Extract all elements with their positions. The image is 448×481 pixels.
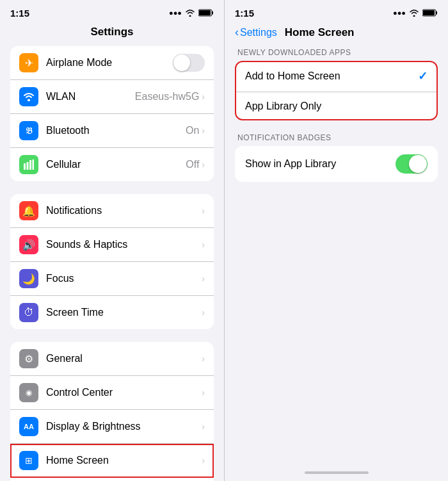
notifications-chevron: › xyxy=(202,206,205,216)
home-bar xyxy=(305,471,369,474)
signal-icon: ●●● xyxy=(169,9,182,17)
add-to-home-checkmark: ✓ xyxy=(418,69,428,83)
left-status-bar: 1:15 ●●● xyxy=(0,0,224,23)
screentime-label: Screen Time xyxy=(46,307,202,318)
display-label: Display & Brightness xyxy=(46,421,202,432)
left-time: 1:15 xyxy=(10,8,29,19)
wlan-row[interactable]: WLAN Easeus-hw5G › xyxy=(10,80,214,114)
left-page-title-bar: Settings xyxy=(0,23,224,46)
app-library-only-label: App Library Only xyxy=(245,101,321,112)
home-indicator xyxy=(225,468,448,481)
wifi-icon xyxy=(185,9,195,17)
homescreen-icon: ⊞ xyxy=(19,451,38,470)
focus-icon: 🌙 xyxy=(19,269,38,288)
homescreen-row[interactable]: ⊞ Home Screen › xyxy=(10,444,214,478)
general-row[interactable]: ⚙ General › xyxy=(10,342,214,376)
wlan-label: WLAN xyxy=(46,91,135,102)
svg-rect-4 xyxy=(27,162,29,170)
sounds-row[interactable]: 🔊 Sounds & Haptics › xyxy=(10,228,214,262)
home-screen-content: NEWLY DOWNLOADED APPS Add to Home Screen… xyxy=(225,47,448,468)
screentime-icon: ⏱ xyxy=(19,303,38,322)
control-chevron: › xyxy=(202,387,205,398)
display-row[interactable]: AA Display & Brightness › xyxy=(10,410,214,444)
add-to-home-screen-label: Add to Home Screen xyxy=(245,70,340,82)
svg-rect-9 xyxy=(423,10,435,15)
sounds-icon: 🔊 xyxy=(19,235,38,254)
airplane-toggle-knob xyxy=(173,54,190,71)
cellular-label: Cellular xyxy=(46,159,186,170)
cellular-icon xyxy=(19,155,38,174)
display-chevron: › xyxy=(202,421,205,432)
airplane-icon: ✈ xyxy=(19,53,38,72)
svg-rect-5 xyxy=(29,160,31,170)
homescreen-label: Home Screen xyxy=(46,455,202,466)
svg-rect-6 xyxy=(33,159,35,170)
newly-downloaded-label: NEWLY DOWNLOADED APPS xyxy=(235,48,438,61)
control-center-row[interactable]: ◉ Control Center › xyxy=(10,376,214,410)
svg-rect-1 xyxy=(212,12,213,15)
back-chevron-icon: ‹ xyxy=(235,26,239,39)
wlan-chevron: › xyxy=(202,92,205,102)
settings-list: ✈ Airplane Mode WLAN Easeus-hw5G › xyxy=(0,46,224,481)
control-label: Control Center xyxy=(46,387,202,398)
airplane-toggle[interactable] xyxy=(173,54,205,72)
cellular-value: Off xyxy=(186,159,199,170)
focus-chevron: › xyxy=(202,273,205,284)
accessibility-row[interactable]: ♿ Accessibility › xyxy=(10,478,214,481)
focus-row[interactable]: 🌙 Focus › xyxy=(10,262,214,296)
screentime-row[interactable]: ⏱ Screen Time › xyxy=(10,296,214,329)
right-wifi-icon xyxy=(409,9,419,17)
general-group: ⚙ General › ◉ Control Center › AA Displa… xyxy=(10,342,214,481)
notification-badges-group: Show in App Library xyxy=(235,146,438,182)
notification-badges-label: NOTIFICATION BADGES xyxy=(235,133,438,146)
svg-rect-8 xyxy=(436,12,437,15)
battery-icon xyxy=(198,9,214,17)
right-signal-icon: ●●● xyxy=(393,9,406,17)
cellular-row[interactable]: Cellular Off › xyxy=(10,148,214,181)
add-to-home-screen-row[interactable]: Add to Home Screen ✓ xyxy=(235,61,438,92)
bluetooth-chevron: › xyxy=(202,126,205,136)
notifications-label: Notifications xyxy=(46,205,202,216)
svg-rect-3 xyxy=(24,163,26,170)
app-library-only-row[interactable]: App Library Only xyxy=(235,92,438,120)
notifications-icon: 🔔 xyxy=(19,201,38,220)
sounds-label: Sounds & Haptics xyxy=(46,239,202,250)
left-status-icons: ●●● xyxy=(169,9,214,17)
right-battery-icon xyxy=(422,9,438,17)
right-nav-bar: ‹ Settings Home Screen xyxy=(225,23,448,47)
bluetooth-row[interactable]: 𝔅 Bluetooth On › xyxy=(10,114,214,148)
bluetooth-icon: 𝔅 xyxy=(19,121,38,140)
show-in-app-library-toggle[interactable] xyxy=(396,154,428,174)
back-button[interactable]: ‹ Settings xyxy=(235,26,277,39)
bluetooth-label: Bluetooth xyxy=(46,125,186,136)
homescreen-chevron: › xyxy=(202,455,205,466)
right-page-title: Home Screen xyxy=(285,26,355,39)
settings-panel: 1:15 ●●● Settings ✈ Airplane Mode xyxy=(0,0,224,481)
bluetooth-value: On xyxy=(186,125,199,136)
svg-rect-2 xyxy=(199,10,211,15)
show-in-app-library-row[interactable]: Show in App Library xyxy=(235,146,438,182)
display-icon: AA xyxy=(19,417,38,436)
settings-title: Settings xyxy=(90,26,133,38)
show-in-app-library-label: Show in App Library xyxy=(245,158,336,170)
cellular-chevron: › xyxy=(202,159,205,170)
sounds-chevron: › xyxy=(202,240,205,250)
wlan-value: Easeus-hw5G xyxy=(135,91,200,102)
connectivity-group: ✈ Airplane Mode WLAN Easeus-hw5G › xyxy=(10,46,214,181)
back-label: Settings xyxy=(240,27,277,38)
wlan-icon xyxy=(19,87,38,106)
general-chevron: › xyxy=(202,354,205,364)
notifications-group: 🔔 Notifications › 🔊 Sounds & Haptics › 🌙… xyxy=(10,194,214,329)
right-time: 1:15 xyxy=(235,8,254,19)
right-status-icons: ●●● xyxy=(393,9,438,17)
airplane-label: Airplane Mode xyxy=(46,57,173,69)
notifications-row[interactable]: 🔔 Notifications › xyxy=(10,194,214,228)
control-icon: ◉ xyxy=(19,383,38,402)
home-screen-detail-panel: 1:15 ●●● ‹ Settings Home Screen NEWLY DO… xyxy=(224,0,448,481)
general-icon: ⚙ xyxy=(19,349,38,368)
general-label: General xyxy=(46,353,202,364)
right-status-bar: 1:15 ●●● xyxy=(225,0,448,23)
toggle-on-knob xyxy=(409,155,427,173)
airplane-row[interactable]: ✈ Airplane Mode xyxy=(10,46,214,80)
screentime-chevron: › xyxy=(202,307,205,318)
